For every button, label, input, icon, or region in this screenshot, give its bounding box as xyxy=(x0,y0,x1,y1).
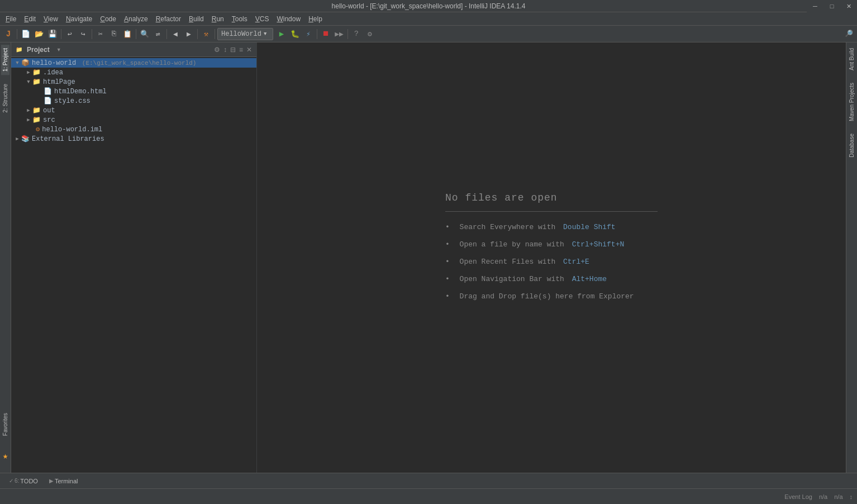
tab-todo-icon: ✓ xyxy=(9,478,13,484)
menu-help[interactable]: Help xyxy=(305,14,326,24)
no-files-container: No files are open • Search Everywhere wi… xyxy=(445,192,658,301)
root-expand-arrow: ▼ xyxy=(13,60,21,66)
position-col2: n/a xyxy=(834,493,842,500)
status-right: Event Log n/a n/a ↕ xyxy=(784,493,853,500)
panel-dropdown-arrow[interactable]: ▼ xyxy=(56,47,61,53)
sidebar-item-structure[interactable]: 2: Structure xyxy=(1,80,9,116)
hint-alt-home: Alt+Home xyxy=(572,275,607,283)
hint-recent-files: • Open Recent Files with Ctrl+E xyxy=(445,258,658,266)
status-bar: Event Log n/a n/a ↕ xyxy=(0,488,857,504)
ext-lib-icon: 📚 xyxy=(21,135,30,143)
window-controls: ─ □ ✕ xyxy=(807,0,857,12)
coverage-button[interactable]: ⚡ xyxy=(302,28,315,40)
htmlpage-folder-name: htmlPage xyxy=(43,78,75,86)
menu-refactor[interactable]: Refactor xyxy=(153,14,184,24)
menu-run[interactable]: Run xyxy=(208,14,227,24)
tree-css-file[interactable]: 📄 style.css xyxy=(11,96,256,106)
panel-close-icon[interactable]: ✕ xyxy=(246,46,252,54)
build-icon[interactable]: ⚒ xyxy=(200,28,212,40)
replace-icon[interactable]: ⇌ xyxy=(152,28,164,40)
project-panel: 📁 Project ▼ ⚙ ↕ ⊟ ≡ ✕ ▼ 📦 hello-world (E… xyxy=(11,42,257,473)
copy-icon[interactable]: ⎘ xyxy=(108,28,120,40)
toolbar: J 📄 📂 💾 ↩ ↪ ✂ ⎘ 📋 🔍 ⇌ ◀ ▶ ⚒ HelloWorld ▼… xyxy=(0,26,857,42)
toolbar-sep-6 xyxy=(197,29,198,39)
collapse-all-icon[interactable]: ⊟ xyxy=(230,46,236,54)
toolbar-sep-4 xyxy=(136,29,136,39)
menu-analyze[interactable]: Analyze xyxy=(121,14,151,24)
tree-idea-folder[interactable]: ▶ 📁 .idea xyxy=(11,68,256,77)
tree-htmlpage-folder[interactable]: ▼ 📁 htmlPage xyxy=(11,77,256,87)
hint-ctrl-shift-n: Ctrl+Shift+N xyxy=(572,240,625,249)
scroll-icon: ↕ xyxy=(850,493,853,500)
sidebar-item-ant-build[interactable]: Ant Build xyxy=(848,45,856,74)
tree-html-file[interactable]: 📄 htmlDemo.html xyxy=(11,87,256,96)
tree-out-folder[interactable]: ▶ 📁 out xyxy=(11,106,256,115)
maximize-button[interactable]: □ xyxy=(823,0,840,12)
new-file-icon[interactable]: 📄 xyxy=(20,28,32,40)
debug-button[interactable]: 🐛 xyxy=(289,28,301,40)
tab-terminal-label: Terminal xyxy=(55,478,78,484)
menu-tools[interactable]: Tools xyxy=(228,14,251,24)
cut-icon[interactable]: ✂ xyxy=(94,28,107,40)
stop-button[interactable]: ⏹ xyxy=(320,28,332,40)
tab-terminal-icon: ▶ xyxy=(49,478,54,484)
menu-build[interactable]: Build xyxy=(185,14,207,24)
search-everywhere-icon[interactable]: 🔎 xyxy=(842,28,855,40)
sidebar-item-project[interactable]: 1: Project xyxy=(1,45,9,75)
settings-wheel-icon[interactable]: ⚙ xyxy=(214,46,220,54)
save-icon[interactable]: 💾 xyxy=(46,28,59,40)
tree-ext-libraries[interactable]: ▶ 📚 External Libraries xyxy=(11,134,256,144)
resume-button[interactable]: ▶▶ xyxy=(333,28,345,40)
tree-src-folder[interactable]: ▶ 📁 src xyxy=(11,115,256,125)
forward-icon[interactable]: ▶ xyxy=(183,28,195,40)
out-expand-arrow: ▶ xyxy=(25,107,32,113)
tab-todo[interactable]: ✓ 6: TODO xyxy=(4,477,42,486)
help-button[interactable]: ? xyxy=(350,28,363,40)
paste-icon[interactable]: 📋 xyxy=(121,28,134,40)
editor-area: No files are open • Search Everywhere wi… xyxy=(257,42,846,473)
run-config-dropdown[interactable]: HelloWorld ▼ xyxy=(217,28,273,40)
hint-drag-drop: • Drag and Drop file(s) here from Explor… xyxy=(445,292,658,301)
project-panel-header: 📁 Project ▼ ⚙ ↕ ⊟ ≡ ✕ xyxy=(11,42,256,57)
hint-ctrl-e: Ctrl+E xyxy=(563,258,589,266)
open-file-icon[interactable]: 📂 xyxy=(33,28,45,40)
sidebar-item-database[interactable]: Database xyxy=(848,130,856,161)
menu-window[interactable]: Window xyxy=(273,14,304,24)
bullet-1: • xyxy=(445,223,454,231)
menu-edit[interactable]: Edit xyxy=(21,14,39,24)
panel-settings-icon[interactable]: ≡ xyxy=(239,46,243,54)
settings-icon[interactable]: ⚙ xyxy=(364,28,376,40)
folder-small-icon: 📁 xyxy=(16,46,22,53)
html-file-name: htmlDemo.html xyxy=(54,88,107,96)
tree-root[interactable]: ▼ 📦 hello-world (E:\git_work_space\hello… xyxy=(11,58,256,68)
run-button[interactable]: ▶ xyxy=(275,28,288,40)
undo-icon[interactable]: ↩ xyxy=(64,28,76,40)
hint-open-name-text: Open a file by name with xyxy=(460,240,569,249)
back-icon[interactable]: ◀ xyxy=(169,28,182,40)
menu-file[interactable]: File xyxy=(2,14,20,24)
project-panel-title: Project xyxy=(27,46,50,54)
bullet-5: • xyxy=(445,292,454,301)
find-icon[interactable]: 🔍 xyxy=(139,28,151,40)
event-log-link[interactable]: Event Log xyxy=(784,493,812,500)
redo-icon[interactable]: ↪ xyxy=(77,28,89,40)
close-button[interactable]: ✕ xyxy=(840,0,857,12)
scroll-to-source-icon[interactable]: ↕ xyxy=(223,46,227,54)
idea-expand-arrow: ▶ xyxy=(25,69,32,75)
bullet-2: • xyxy=(445,240,454,249)
src-folder-name: src xyxy=(43,116,55,124)
menu-navigate[interactable]: Navigate xyxy=(63,14,96,24)
toolbar-sep-7 xyxy=(215,29,215,39)
favorites-star-icon[interactable]: ★ xyxy=(3,450,8,462)
tab-terminal[interactable]: ▶ Terminal xyxy=(45,477,83,486)
project-tree: ▼ 📦 hello-world (E:\git_work_space\hello… xyxy=(11,57,256,473)
minimize-button[interactable]: ─ xyxy=(807,0,823,12)
sidebar-item-maven-projects[interactable]: Maven Projects xyxy=(848,79,856,125)
main-layout: 1: Project 2: Structure Favorites ★ 📁 Pr… xyxy=(0,42,857,473)
menu-vcs[interactable]: VCS xyxy=(252,14,273,24)
menu-view[interactable]: View xyxy=(40,14,61,24)
menu-code[interactable]: Code xyxy=(97,14,120,24)
tree-iml-file[interactable]: ⚙ hello-world.iml xyxy=(11,125,256,134)
menu-bar: File Edit View Navigate Code Analyze Ref… xyxy=(0,12,857,26)
sidebar-item-favorites[interactable]: Favorites xyxy=(1,410,9,439)
